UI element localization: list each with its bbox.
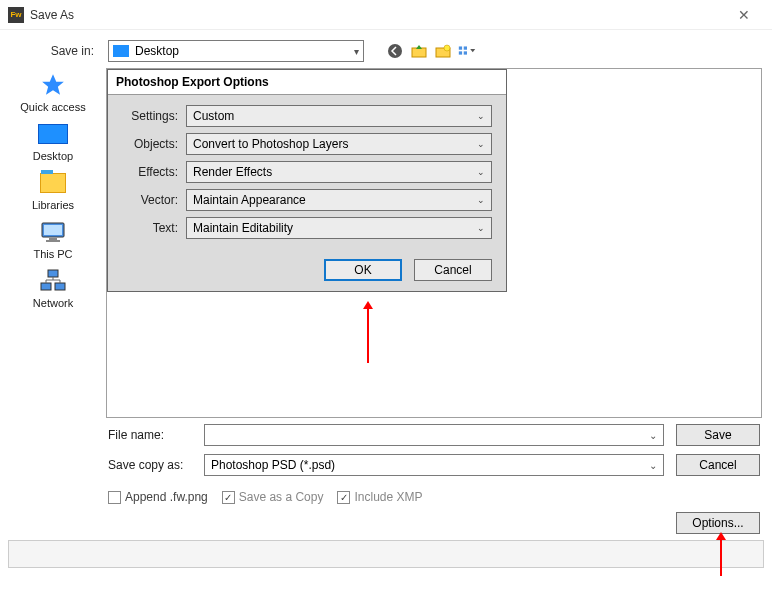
pc-icon: [37, 219, 69, 245]
save-in-value: Desktop: [135, 44, 354, 58]
save-copy-as-select[interactable]: Photoshop PSD (*.psd)⌄: [204, 454, 664, 476]
file-name-label: File name:: [108, 428, 204, 442]
window-title: Save As: [30, 8, 724, 22]
export-cancel-button[interactable]: Cancel: [414, 259, 492, 281]
svg-rect-12: [48, 270, 58, 277]
star-icon: [37, 72, 69, 98]
annotation-arrow-icon: [367, 309, 369, 363]
sidebar-item-network[interactable]: Network: [33, 268, 73, 309]
objects-select[interactable]: Convert to Photoshop Layers⌄: [186, 133, 492, 155]
sidebar-item-label: Libraries: [32, 199, 74, 211]
places-sidebar: Quick access Desktop Libraries This PC N…: [0, 68, 106, 418]
effects-select[interactable]: Render Effects⌄: [186, 161, 492, 183]
save-copy-as-label: Save copy as:: [108, 458, 204, 472]
chevron-down-icon: ⌄: [649, 430, 657, 441]
svg-rect-9: [44, 225, 62, 235]
chevron-down-icon: ⌄: [477, 167, 485, 177]
text-select[interactable]: Maintain Editability⌄: [186, 217, 492, 239]
export-panel-title: Photoshop Export Options: [108, 70, 506, 95]
photoshop-export-options: Photoshop Export Options Settings: Custo…: [107, 69, 507, 292]
svg-rect-14: [55, 283, 65, 290]
vector-select[interactable]: Maintain Appearance⌄: [186, 189, 492, 211]
libraries-icon: [37, 170, 69, 196]
svg-rect-6: [459, 51, 462, 54]
desktop-icon: [37, 121, 69, 147]
include-xmp-checkbox: ✓ Include XMP: [337, 490, 422, 504]
cancel-button[interactable]: Cancel: [676, 454, 760, 476]
checkbox-icon: [108, 491, 121, 504]
svg-rect-11: [46, 240, 60, 242]
svg-rect-5: [464, 46, 467, 49]
file-list-area[interactable]: Photoshop Export Options Settings: Custo…: [106, 68, 762, 418]
options-button[interactable]: Options...: [676, 512, 760, 534]
up-folder-icon[interactable]: [410, 42, 428, 60]
settings-select[interactable]: Custom⌄: [186, 105, 492, 127]
file-name-input[interactable]: ⌄: [204, 424, 664, 446]
sidebar-item-label: Network: [33, 297, 73, 309]
svg-rect-7: [464, 51, 467, 54]
save-as-copy-checkbox: ✓ Save as a Copy: [222, 490, 324, 504]
view-menu-icon[interactable]: [458, 42, 476, 60]
checkbox-label: Append .fw.png: [125, 490, 208, 504]
sidebar-item-label: This PC: [33, 248, 72, 260]
close-icon[interactable]: ✕: [724, 7, 764, 23]
svg-rect-10: [49, 238, 57, 240]
sidebar-item-quick-access[interactable]: Quick access: [20, 72, 85, 113]
sidebar-item-this-pc[interactable]: This PC: [33, 219, 72, 260]
desktop-icon: [113, 45, 129, 57]
settings-label: Settings:: [122, 109, 186, 123]
effects-label: Effects:: [122, 165, 186, 179]
titlebar: Fw Save As ✕: [0, 0, 772, 30]
annotation-arrow-icon: [720, 540, 722, 576]
svg-point-3: [444, 45, 450, 51]
vector-label: Vector:: [122, 193, 186, 207]
svg-rect-4: [459, 46, 462, 49]
objects-label: Objects:: [122, 137, 186, 151]
save-button[interactable]: Save: [676, 424, 760, 446]
sidebar-item-label: Quick access: [20, 101, 85, 113]
sidebar-item-libraries[interactable]: Libraries: [32, 170, 74, 211]
chevron-down-icon: ⌄: [477, 139, 485, 149]
checkbox-icon: ✓: [222, 491, 235, 504]
app-icon: Fw: [8, 7, 24, 23]
append-fw-png-checkbox[interactable]: Append .fw.png: [108, 490, 208, 504]
chevron-down-icon: ⌄: [649, 460, 657, 471]
back-icon[interactable]: [386, 42, 404, 60]
save-in-label: Save in:: [8, 44, 100, 58]
chevron-down-icon: ⌄: [477, 223, 485, 233]
chevron-down-icon: ⌄: [477, 111, 485, 121]
checkbox-label: Save as a Copy: [239, 490, 324, 504]
svg-rect-1: [412, 48, 426, 57]
chevron-down-icon: ⌄: [477, 195, 485, 205]
svg-rect-13: [41, 283, 51, 290]
new-folder-icon[interactable]: [434, 42, 452, 60]
export-ok-button[interactable]: OK: [324, 259, 402, 281]
save-in-select[interactable]: Desktop ▾: [108, 40, 364, 62]
sidebar-item-desktop[interactable]: Desktop: [33, 121, 73, 162]
checkbox-icon: ✓: [337, 491, 350, 504]
svg-point-0: [388, 44, 402, 58]
status-bar: [8, 540, 764, 568]
sidebar-item-label: Desktop: [33, 150, 73, 162]
checkbox-label: Include XMP: [354, 490, 422, 504]
network-icon: [37, 268, 69, 294]
chevron-down-icon: ▾: [354, 46, 359, 57]
text-label: Text:: [122, 221, 186, 235]
